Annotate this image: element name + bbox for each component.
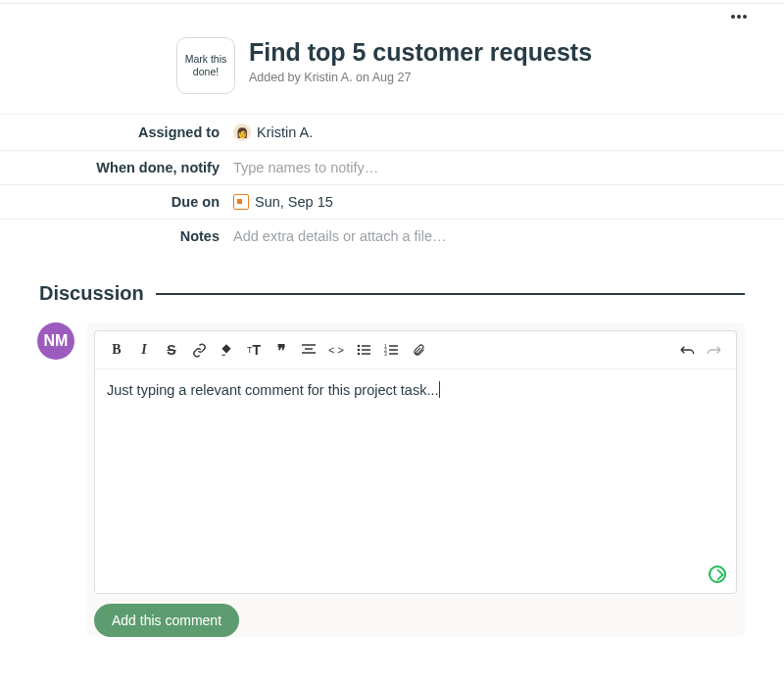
task-fields: Assigned to 👩 Kristin A. When done, noti… — [0, 114, 784, 253]
strike-button[interactable]: S — [160, 339, 183, 361]
align-icon — [302, 344, 316, 356]
task-title: Find top 5 customer requests — [249, 37, 592, 67]
add-comment-button[interactable]: Add this comment — [94, 604, 239, 637]
notify-label: When done, notify — [39, 160, 233, 175]
header-text: Find top 5 customer requests Added by Kr… — [249, 37, 592, 84]
redo-button[interactable] — [703, 339, 726, 361]
notes-placeholder: Add extra details or attach a file… — [233, 228, 447, 244]
assigned-to-label: Assigned to — [39, 124, 233, 140]
assignee-name: Kristin A. — [257, 124, 313, 140]
text-cursor — [439, 381, 440, 398]
heading-button[interactable]: TT — [242, 339, 266, 361]
due-value: Sun, Sep 15 — [233, 194, 333, 210]
grammarly-icon[interactable] — [709, 565, 726, 583]
top-divider — [0, 3, 784, 4]
calendar-icon — [233, 194, 249, 210]
notify-placeholder: Type names to notify… — [233, 160, 378, 175]
discussion-title: Discussion — [39, 282, 144, 305]
comment-area: NM B I S TT ❞ — [39, 322, 745, 637]
comment-textarea[interactable]: Just typing a relevant comment for this … — [95, 369, 736, 593]
editor-container: B I S TT ❞ < > — [86, 322, 745, 637]
undo-button[interactable] — [675, 339, 699, 361]
assigned-to-row[interactable]: Assigned to 👩 Kristin A. — [0, 114, 784, 151]
due-label: Due on — [39, 194, 233, 210]
notify-row[interactable]: When done, notify Type names to notify… — [0, 151, 784, 185]
divider-line — [156, 293, 745, 295]
svg-text:3: 3 — [384, 351, 387, 356]
discussion-header: Discussion — [39, 282, 745, 305]
assignee-avatar-icon: 👩 — [233, 123, 251, 141]
current-user-avatar: NM — [37, 322, 74, 360]
quote-button[interactable]: ❞ — [270, 339, 293, 361]
editor-toolbar: B I S TT ❞ < > — [95, 331, 736, 369]
italic-button[interactable]: I — [132, 339, 156, 361]
link-button[interactable] — [187, 339, 211, 361]
dot-icon — [731, 15, 735, 19]
align-button[interactable] — [297, 339, 320, 361]
notes-label: Notes — [39, 228, 233, 244]
attach-button[interactable] — [407, 339, 430, 361]
bold-button[interactable]: B — [105, 339, 128, 361]
dot-icon — [737, 15, 741, 19]
paperclip-icon — [413, 343, 425, 358]
bullet-list-icon — [357, 344, 370, 356]
submit-row: Add this comment — [94, 594, 737, 637]
comment-editor: B I S TT ❞ < > — [94, 330, 737, 594]
comment-text: Just typing a relevant comment for this … — [107, 382, 438, 398]
link-icon — [192, 343, 207, 358]
bullet-list-button[interactable] — [352, 339, 375, 361]
paint-icon — [220, 343, 233, 357]
numbered-list-icon: 123 — [384, 344, 398, 356]
mark-done-button[interactable]: Mark this done! — [176, 37, 235, 94]
assigned-to-value: 👩 Kristin A. — [233, 123, 313, 141]
notes-row[interactable]: Notes Add extra details or attach a file… — [0, 220, 784, 253]
svg-point-3 — [358, 345, 361, 348]
due-date-text: Sun, Sep 15 — [255, 194, 333, 210]
svg-point-7 — [358, 353, 361, 356]
task-header: Mark this done! Find top 5 customer requ… — [0, 0, 784, 94]
task-meta: Added by Kristin A. on Aug 27 — [249, 71, 592, 84]
options-menu-button[interactable] — [727, 8, 751, 25]
highlight-button[interactable] — [215, 339, 238, 361]
discussion-section: Discussion NM B I S TT — [0, 253, 784, 637]
redo-icon — [707, 344, 722, 356]
undo-icon — [679, 344, 695, 356]
due-row[interactable]: Due on Sun, Sep 15 — [0, 185, 784, 220]
numbered-list-button[interactable]: 123 — [379, 339, 403, 361]
code-button[interactable]: < > — [324, 339, 348, 361]
dot-icon — [743, 15, 747, 19]
svg-point-5 — [358, 349, 361, 352]
